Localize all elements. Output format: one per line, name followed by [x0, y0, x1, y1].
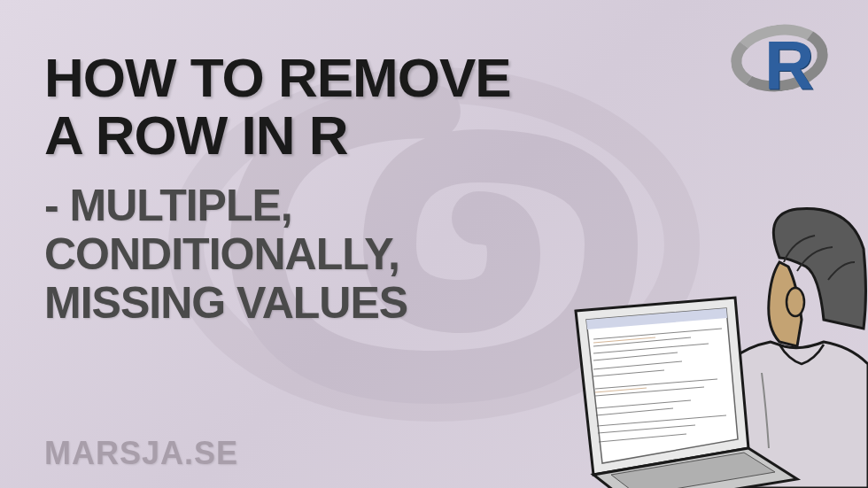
r-logo-letter: R	[764, 25, 814, 105]
r-logo: R	[731, 18, 837, 102]
title-line-1: HOW TO REMOVE	[44, 49, 824, 106]
website-label: MARSJA.SE	[44, 435, 238, 472]
svg-point-1	[787, 288, 804, 316]
person-with-laptop-illustration	[549, 187, 868, 488]
main-title: HOW TO REMOVE A ROW IN R	[44, 49, 824, 164]
title-line-2: A ROW IN R	[44, 106, 824, 164]
